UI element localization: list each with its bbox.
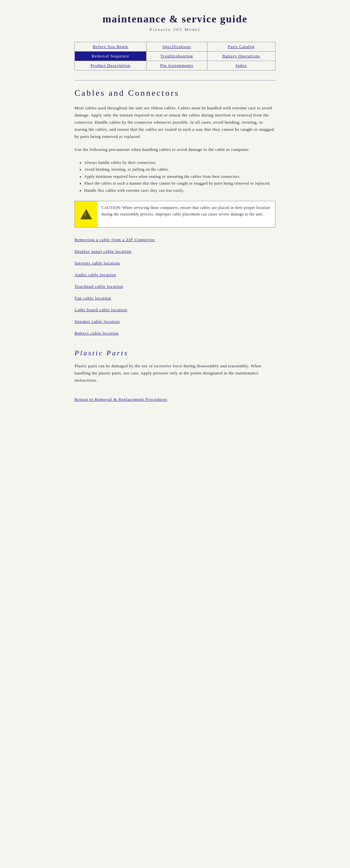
caution-icon-area <box>75 201 98 227</box>
list-item: Avoid bending, twisting, or pulling on t… <box>84 166 276 173</box>
nav-cell-battery-operations[interactable]: Battery Operations <box>207 52 275 61</box>
nav-cell-removal-sequence[interactable]: Removal Sequence <box>75 52 146 61</box>
page-title: maintenance & service guide <box>74 13 276 25</box>
nav-link-removal-sequence[interactable]: Removal Sequence <box>92 54 129 58</box>
nav-cell-product-description[interactable]: Product Description <box>75 61 146 70</box>
nav-cell-before-you-begin[interactable]: Before You Begin <box>75 42 146 52</box>
nav-link-parts-catalog[interactable]: Parts Catalog <box>228 44 255 49</box>
nav-link-specifications[interactable]: Specifications <box>162 44 191 49</box>
navigation-table: Before You Begin Specifications Parts Ca… <box>74 42 276 70</box>
list-item: Place the cables in such a manner that t… <box>84 180 276 187</box>
link-speaker-cable[interactable]: Speaker cable location <box>74 319 276 324</box>
nav-link-battery-operations[interactable]: Battery Operations <box>222 54 260 58</box>
link-inverter-cable[interactable]: Inverter cable location <box>74 260 276 266</box>
link-fan-cable[interactable]: Fan cable location <box>74 296 276 301</box>
list-item: Always handle cables by their connectors… <box>84 159 276 166</box>
return-link[interactable]: Return to Removal & Replacement Procedur… <box>74 397 276 402</box>
link-display-panel-cable[interactable]: Display panel cable location <box>74 249 276 254</box>
link-battery-cable[interactable]: Battery cable location <box>74 331 276 336</box>
link-light-board-cable[interactable]: Light board cable location <box>74 307 276 312</box>
nav-cell-specifications[interactable]: Specifications <box>146 42 207 52</box>
intro-paragraph-1: Most cables used throughout the unit are… <box>74 104 276 140</box>
link-removing-cable-zif[interactable]: Removing a cable from a ZIF Connector <box>74 237 276 242</box>
caution-box: CAUTION: When servicing these computers,… <box>74 201 276 227</box>
nav-link-before-you-begin[interactable]: Before You Begin <box>93 44 128 49</box>
nav-row-3: Product Description Pin Assignments Inde… <box>75 61 276 70</box>
intro-paragraph-2: Use the following precautions when handl… <box>74 146 276 153</box>
section-divider <box>74 80 276 81</box>
nav-row-2: Removal Sequence Troubleshooting Battery… <box>75 52 276 61</box>
plastic-section-title: Plastic Parts <box>74 349 276 357</box>
precautions-list: Always handle cables by their connectors… <box>84 159 276 194</box>
link-audio-cable[interactable]: Audio cable location <box>74 272 276 277</box>
nav-row-1: Before You Begin Specifications Parts Ca… <box>75 42 276 52</box>
nav-link-product-description[interactable]: Product Description <box>91 63 130 68</box>
nav-link-troubleshooting[interactable]: Troubleshooting <box>161 54 193 58</box>
page-subtitle: Presario 305 Model <box>74 27 276 32</box>
plastic-paragraph: Plastic parts can be damaged by the use … <box>74 363 276 384</box>
page-header: maintenance & service guide Presario 305… <box>74 13 276 32</box>
section-title: Cables and Connectors <box>74 88 276 98</box>
caution-text: CAUTION: When servicing these computers,… <box>98 201 275 227</box>
nav-cell-index[interactable]: Index <box>207 61 275 70</box>
list-item: Apply minimum required force when seatin… <box>84 173 276 180</box>
nav-link-pin-assignments[interactable]: Pin Assignments <box>160 63 193 68</box>
link-touchpad-cable[interactable]: Touchpad cable location <box>74 284 276 289</box>
nav-link-index[interactable]: Index <box>236 63 247 68</box>
nav-cell-parts-catalog[interactable]: Parts Catalog <box>207 42 275 52</box>
nav-cell-pin-assignments[interactable]: Pin Assignments <box>146 61 207 70</box>
warning-triangle-icon <box>80 209 92 219</box>
list-item: Handle flex cables with extreme care; th… <box>84 187 276 194</box>
nav-cell-troubleshooting[interactable]: Troubleshooting <box>146 52 207 61</box>
